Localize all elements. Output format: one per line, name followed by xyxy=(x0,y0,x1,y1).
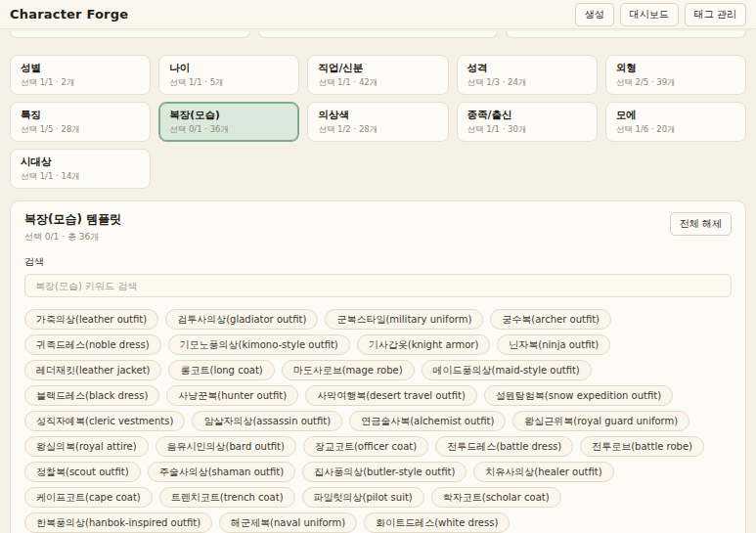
category-title: 복장(모습) xyxy=(169,108,289,121)
category-meta: 선택 1/3 · 24개 xyxy=(467,77,587,88)
category-title: 특징 xyxy=(21,108,140,121)
category-card[interactable]: 외형선택 2/5 · 39개 xyxy=(605,55,746,95)
template-panel: 복장(모습) 템플릿 선택 0/1 · 총 36개 전체 해제 검색 가죽의상(… xyxy=(10,200,746,533)
tag-chip[interactable]: 가죽의상(leather outfit) xyxy=(24,309,158,330)
tag-chip[interactable]: 롱코트(long coat) xyxy=(168,360,274,380)
tag-chip[interactable]: 트렌치코트(trench coat) xyxy=(159,487,295,508)
category-title: 외형 xyxy=(616,61,735,74)
category-grid: 성별선택 1/1 · 2개나이선택 1/1 · 5개직업/신분선택 1/1 · … xyxy=(10,55,746,189)
clipped-cards-row xyxy=(10,31,746,38)
panel-heading-group: 복장(모습) 템플릿 선택 0/1 · 총 36개 xyxy=(24,212,121,244)
tag-chip[interactable]: 메이드풍의상(maid-style outfit) xyxy=(422,360,592,380)
tag-chip[interactable]: 치유사의상(healer outfit) xyxy=(473,462,613,482)
dashboard-button[interactable]: 대시보드 xyxy=(620,3,679,26)
tag-chip[interactable]: 한복풍의상(hanbok-inspired outfit) xyxy=(24,512,212,533)
category-title: 시대상 xyxy=(21,155,140,168)
tag-chip[interactable]: 암살자의상(assassin outfit) xyxy=(192,411,342,431)
category-meta: 선택 2/5 · 39개 xyxy=(616,77,735,88)
tag-chip[interactable]: 궁수복(archer outfit) xyxy=(490,309,611,330)
category-meta: 선택 1/2 · 28개 xyxy=(318,124,437,135)
tag-chip[interactable]: 파일럿의상(pilot suit) xyxy=(302,487,424,508)
tag-chip[interactable]: 마도사로브(mage robe) xyxy=(282,360,415,380)
clipped-card xyxy=(506,31,746,38)
panel-header: 복장(모습) 템플릿 선택 0/1 · 총 36개 전체 해제 xyxy=(24,212,732,244)
generate-button[interactable]: 생성 xyxy=(575,3,614,26)
category-meta: 선택 1/1 · 42개 xyxy=(318,77,437,88)
category-title: 모에 xyxy=(616,108,735,121)
tag-chip[interactable]: 학자코트(scholar coat) xyxy=(431,487,561,508)
panel-title: 복장(모습) 템플릿 xyxy=(24,212,121,227)
app-header: Character Forge 생성 대시보드 태그 관리 xyxy=(0,0,756,29)
tag-chip[interactable]: 기사갑옷(knight armor) xyxy=(357,334,491,355)
category-card[interactable]: 특징선택 1/5 · 28개 xyxy=(10,102,151,142)
tag-chip[interactable]: 연금술사복(alchemist outfit) xyxy=(349,411,506,431)
tag-chip[interactable]: 군복스타일(military uniform) xyxy=(325,309,483,330)
tag-chip[interactable]: 장교코트(officer coat) xyxy=(303,436,428,457)
category-title: 종족/출신 xyxy=(467,108,587,121)
tag-chip[interactable]: 귀족드레스(noble dress) xyxy=(24,334,161,355)
category-title: 직업/신분 xyxy=(318,61,437,74)
category-card[interactable]: 성별선택 1/1 · 2개 xyxy=(10,55,151,95)
tag-chip[interactable]: 해군제복(naval uniform) xyxy=(219,512,357,533)
category-meta: 선택 1/1 · 14개 xyxy=(21,171,140,182)
category-meta: 선택 1/1 · 30개 xyxy=(467,124,587,135)
tag-chip[interactable]: 주술사의상(shaman outfit) xyxy=(148,462,295,482)
tag-chip[interactable]: 블랙드레스(black dress) xyxy=(24,385,159,406)
category-meta: 선택 1/1 · 5개 xyxy=(169,77,289,88)
tag-manage-button[interactable]: 태그 관리 xyxy=(685,3,746,26)
category-title: 의상색 xyxy=(318,108,437,121)
category-card[interactable]: 직업/신분선택 1/1 · 42개 xyxy=(307,55,448,95)
category-meta: 선택 1/5 · 28개 xyxy=(21,124,140,135)
tag-chip[interactable]: 검투사의상(gladiator outfit) xyxy=(165,309,318,330)
tag-chip[interactable]: 성직자예복(cleric vestments) xyxy=(24,411,185,431)
category-card[interactable]: 복장(모습)선택 0/1 · 36개 xyxy=(158,102,299,142)
search-input[interactable] xyxy=(24,274,732,297)
tag-chip[interactable]: 음유시인의상(bard outfit) xyxy=(156,436,296,457)
category-card[interactable]: 종족/출신선택 1/1 · 30개 xyxy=(457,102,598,142)
panel-selection-meta: 선택 0/1 · 총 36개 xyxy=(24,231,121,244)
category-card[interactable]: 성격선택 1/3 · 24개 xyxy=(457,55,598,95)
tag-chip[interactable]: 집사풍의상(butler-style outfit) xyxy=(302,462,467,482)
search-label: 검색 xyxy=(24,255,732,269)
category-card[interactable]: 의상색선택 1/2 · 28개 xyxy=(307,102,448,142)
tag-chip[interactable]: 사냥꾼복(hunter outfit) xyxy=(166,385,298,406)
tag-chip[interactable]: 사막여행복(desert travel outfit) xyxy=(305,385,477,406)
tag-chip[interactable]: 왕실근위복(royal guard uniform) xyxy=(512,411,689,431)
tag-chip[interactable]: 정찰복(scout outfit) xyxy=(24,462,141,482)
category-meta: 선택 0/1 · 36개 xyxy=(169,124,289,135)
tag-chip[interactable]: 왕실의복(royal attire) xyxy=(24,436,149,457)
category-meta: 선택 1/6 · 20개 xyxy=(616,124,735,135)
app-title: Character Forge xyxy=(10,7,128,22)
tag-chip[interactable]: 전투로브(battle robe) xyxy=(580,436,704,457)
tag-chip-list: 가죽의상(leather outfit)검투사의상(gladiator outf… xyxy=(24,309,732,533)
category-title: 성별 xyxy=(21,61,140,74)
tag-chip[interactable]: 화이트드레스(white dress) xyxy=(364,512,510,533)
tag-chip[interactable]: 설원탐험복(snow expedition outfit) xyxy=(484,385,673,406)
category-title: 나이 xyxy=(169,61,289,74)
tag-chip[interactable]: 레더재킷(leather jacket) xyxy=(24,360,161,380)
category-meta: 선택 1/1 · 2개 xyxy=(21,77,140,88)
category-card[interactable]: 나이선택 1/1 · 5개 xyxy=(158,55,299,95)
tag-chip[interactable]: 전투드레스(battle dress) xyxy=(435,436,573,457)
category-card[interactable]: 시대상선택 1/1 · 14개 xyxy=(10,149,151,189)
tag-chip[interactable]: 기모노풍의상(kimono-style outfit) xyxy=(168,334,350,355)
category-title: 성격 xyxy=(467,61,587,74)
tag-chip[interactable]: 닌자복(ninja outfit) xyxy=(497,334,610,355)
main-content: 성별선택 1/1 · 2개나이선택 1/1 · 5개직업/신분선택 1/1 · … xyxy=(0,31,756,533)
tag-chip[interactable]: 케이프코트(cape coat) xyxy=(24,487,153,508)
clipped-card xyxy=(10,31,250,38)
category-card[interactable]: 모에선택 1/6 · 20개 xyxy=(605,102,746,142)
clipped-card xyxy=(258,31,499,38)
header-button-group: 생성 대시보드 태그 관리 xyxy=(575,3,746,26)
deselect-all-button[interactable]: 전체 해제 xyxy=(670,212,732,236)
